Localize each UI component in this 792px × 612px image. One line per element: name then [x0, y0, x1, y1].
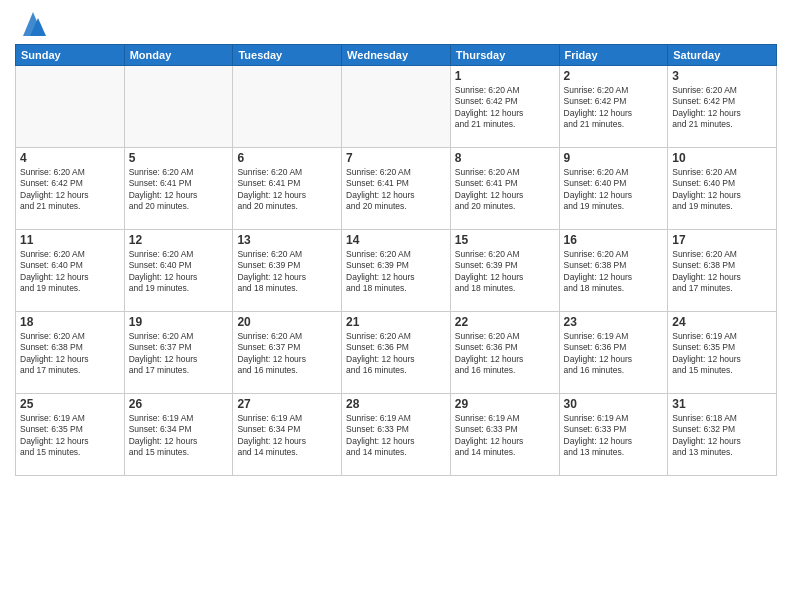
day-info: Sunrise: 6:19 AM Sunset: 6:34 PM Dayligh…	[129, 413, 229, 459]
day-info: Sunrise: 6:18 AM Sunset: 6:32 PM Dayligh…	[672, 413, 772, 459]
weekday-header: Monday	[124, 45, 233, 66]
calendar-day-cell: 16Sunrise: 6:20 AM Sunset: 6:38 PM Dayli…	[559, 230, 668, 312]
day-info: Sunrise: 6:20 AM Sunset: 6:38 PM Dayligh…	[564, 249, 664, 295]
calendar-day-cell: 26Sunrise: 6:19 AM Sunset: 6:34 PM Dayli…	[124, 394, 233, 476]
page: SundayMondayTuesdayWednesdayThursdayFrid…	[0, 0, 792, 612]
calendar-week-row: 18Sunrise: 6:20 AM Sunset: 6:38 PM Dayli…	[16, 312, 777, 394]
day-number: 29	[455, 397, 555, 411]
day-number: 30	[564, 397, 664, 411]
day-info: Sunrise: 6:19 AM Sunset: 6:35 PM Dayligh…	[672, 331, 772, 377]
weekday-header: Tuesday	[233, 45, 342, 66]
day-info: Sunrise: 6:20 AM Sunset: 6:40 PM Dayligh…	[564, 167, 664, 213]
calendar-day-cell: 2Sunrise: 6:20 AM Sunset: 6:42 PM Daylig…	[559, 66, 668, 148]
day-number: 26	[129, 397, 229, 411]
weekday-header: Thursday	[450, 45, 559, 66]
day-number: 15	[455, 233, 555, 247]
calendar-day-cell: 19Sunrise: 6:20 AM Sunset: 6:37 PM Dayli…	[124, 312, 233, 394]
calendar-day-cell: 15Sunrise: 6:20 AM Sunset: 6:39 PM Dayli…	[450, 230, 559, 312]
calendar-week-row: 25Sunrise: 6:19 AM Sunset: 6:35 PM Dayli…	[16, 394, 777, 476]
calendar-day-cell: 7Sunrise: 6:20 AM Sunset: 6:41 PM Daylig…	[342, 148, 451, 230]
day-info: Sunrise: 6:19 AM Sunset: 6:33 PM Dayligh…	[564, 413, 664, 459]
calendar-table: SundayMondayTuesdayWednesdayThursdayFrid…	[15, 44, 777, 476]
day-number: 24	[672, 315, 772, 329]
day-number: 7	[346, 151, 446, 165]
calendar-day-cell: 1Sunrise: 6:20 AM Sunset: 6:42 PM Daylig…	[450, 66, 559, 148]
day-number: 5	[129, 151, 229, 165]
calendar-day-cell	[342, 66, 451, 148]
day-info: Sunrise: 6:20 AM Sunset: 6:41 PM Dayligh…	[237, 167, 337, 213]
calendar-day-cell: 9Sunrise: 6:20 AM Sunset: 6:40 PM Daylig…	[559, 148, 668, 230]
day-info: Sunrise: 6:20 AM Sunset: 6:39 PM Dayligh…	[346, 249, 446, 295]
calendar-week-row: 4Sunrise: 6:20 AM Sunset: 6:42 PM Daylig…	[16, 148, 777, 230]
calendar-day-cell: 3Sunrise: 6:20 AM Sunset: 6:42 PM Daylig…	[668, 66, 777, 148]
day-number: 4	[20, 151, 120, 165]
weekday-header: Friday	[559, 45, 668, 66]
day-number: 25	[20, 397, 120, 411]
weekday-header: Saturday	[668, 45, 777, 66]
day-info: Sunrise: 6:20 AM Sunset: 6:39 PM Dayligh…	[455, 249, 555, 295]
calendar-day-cell	[233, 66, 342, 148]
calendar-day-cell: 25Sunrise: 6:19 AM Sunset: 6:35 PM Dayli…	[16, 394, 125, 476]
day-number: 23	[564, 315, 664, 329]
day-info: Sunrise: 6:19 AM Sunset: 6:35 PM Dayligh…	[20, 413, 120, 459]
day-info: Sunrise: 6:20 AM Sunset: 6:36 PM Dayligh…	[346, 331, 446, 377]
weekday-header: Wednesday	[342, 45, 451, 66]
calendar-day-cell: 17Sunrise: 6:20 AM Sunset: 6:38 PM Dayli…	[668, 230, 777, 312]
day-info: Sunrise: 6:20 AM Sunset: 6:36 PM Dayligh…	[455, 331, 555, 377]
calendar-day-cell: 4Sunrise: 6:20 AM Sunset: 6:42 PM Daylig…	[16, 148, 125, 230]
day-info: Sunrise: 6:20 AM Sunset: 6:41 PM Dayligh…	[129, 167, 229, 213]
logo-icon	[18, 8, 48, 36]
day-info: Sunrise: 6:20 AM Sunset: 6:39 PM Dayligh…	[237, 249, 337, 295]
calendar-day-cell: 13Sunrise: 6:20 AM Sunset: 6:39 PM Dayli…	[233, 230, 342, 312]
calendar-day-cell: 12Sunrise: 6:20 AM Sunset: 6:40 PM Dayli…	[124, 230, 233, 312]
day-info: Sunrise: 6:20 AM Sunset: 6:37 PM Dayligh…	[129, 331, 229, 377]
day-number: 20	[237, 315, 337, 329]
calendar-day-cell: 11Sunrise: 6:20 AM Sunset: 6:40 PM Dayli…	[16, 230, 125, 312]
calendar-day-cell: 31Sunrise: 6:18 AM Sunset: 6:32 PM Dayli…	[668, 394, 777, 476]
calendar-day-cell: 23Sunrise: 6:19 AM Sunset: 6:36 PM Dayli…	[559, 312, 668, 394]
day-info: Sunrise: 6:20 AM Sunset: 6:41 PM Dayligh…	[455, 167, 555, 213]
day-info: Sunrise: 6:20 AM Sunset: 6:37 PM Dayligh…	[237, 331, 337, 377]
calendar-week-row: 11Sunrise: 6:20 AM Sunset: 6:40 PM Dayli…	[16, 230, 777, 312]
day-number: 22	[455, 315, 555, 329]
day-number: 12	[129, 233, 229, 247]
day-number: 11	[20, 233, 120, 247]
calendar-day-cell: 28Sunrise: 6:19 AM Sunset: 6:33 PM Dayli…	[342, 394, 451, 476]
day-info: Sunrise: 6:20 AM Sunset: 6:38 PM Dayligh…	[672, 249, 772, 295]
calendar-day-cell: 24Sunrise: 6:19 AM Sunset: 6:35 PM Dayli…	[668, 312, 777, 394]
calendar-day-cell: 14Sunrise: 6:20 AM Sunset: 6:39 PM Dayli…	[342, 230, 451, 312]
day-number: 3	[672, 69, 772, 83]
calendar-day-cell: 6Sunrise: 6:20 AM Sunset: 6:41 PM Daylig…	[233, 148, 342, 230]
calendar-day-cell: 22Sunrise: 6:20 AM Sunset: 6:36 PM Dayli…	[450, 312, 559, 394]
day-info: Sunrise: 6:19 AM Sunset: 6:36 PM Dayligh…	[564, 331, 664, 377]
day-info: Sunrise: 6:20 AM Sunset: 6:40 PM Dayligh…	[672, 167, 772, 213]
calendar-day-cell: 5Sunrise: 6:20 AM Sunset: 6:41 PM Daylig…	[124, 148, 233, 230]
calendar-day-cell: 10Sunrise: 6:20 AM Sunset: 6:40 PM Dayli…	[668, 148, 777, 230]
calendar-day-cell: 27Sunrise: 6:19 AM Sunset: 6:34 PM Dayli…	[233, 394, 342, 476]
day-number: 16	[564, 233, 664, 247]
day-info: Sunrise: 6:20 AM Sunset: 6:42 PM Dayligh…	[20, 167, 120, 213]
day-info: Sunrise: 6:20 AM Sunset: 6:38 PM Dayligh…	[20, 331, 120, 377]
day-number: 21	[346, 315, 446, 329]
day-info: Sunrise: 6:20 AM Sunset: 6:40 PM Dayligh…	[129, 249, 229, 295]
calendar-week-row: 1Sunrise: 6:20 AM Sunset: 6:42 PM Daylig…	[16, 66, 777, 148]
day-number: 19	[129, 315, 229, 329]
calendar-day-cell: 8Sunrise: 6:20 AM Sunset: 6:41 PM Daylig…	[450, 148, 559, 230]
calendar-day-cell: 20Sunrise: 6:20 AM Sunset: 6:37 PM Dayli…	[233, 312, 342, 394]
day-number: 18	[20, 315, 120, 329]
day-info: Sunrise: 6:20 AM Sunset: 6:41 PM Dayligh…	[346, 167, 446, 213]
day-number: 27	[237, 397, 337, 411]
day-info: Sunrise: 6:20 AM Sunset: 6:42 PM Dayligh…	[564, 85, 664, 131]
day-info: Sunrise: 6:20 AM Sunset: 6:40 PM Dayligh…	[20, 249, 120, 295]
day-number: 10	[672, 151, 772, 165]
day-info: Sunrise: 6:19 AM Sunset: 6:33 PM Dayligh…	[346, 413, 446, 459]
day-info: Sunrise: 6:20 AM Sunset: 6:42 PM Dayligh…	[672, 85, 772, 131]
day-number: 28	[346, 397, 446, 411]
calendar-day-cell	[16, 66, 125, 148]
day-number: 9	[564, 151, 664, 165]
weekday-header-row: SundayMondayTuesdayWednesdayThursdayFrid…	[16, 45, 777, 66]
logo	[15, 10, 48, 36]
day-number: 17	[672, 233, 772, 247]
day-number: 6	[237, 151, 337, 165]
day-info: Sunrise: 6:20 AM Sunset: 6:42 PM Dayligh…	[455, 85, 555, 131]
